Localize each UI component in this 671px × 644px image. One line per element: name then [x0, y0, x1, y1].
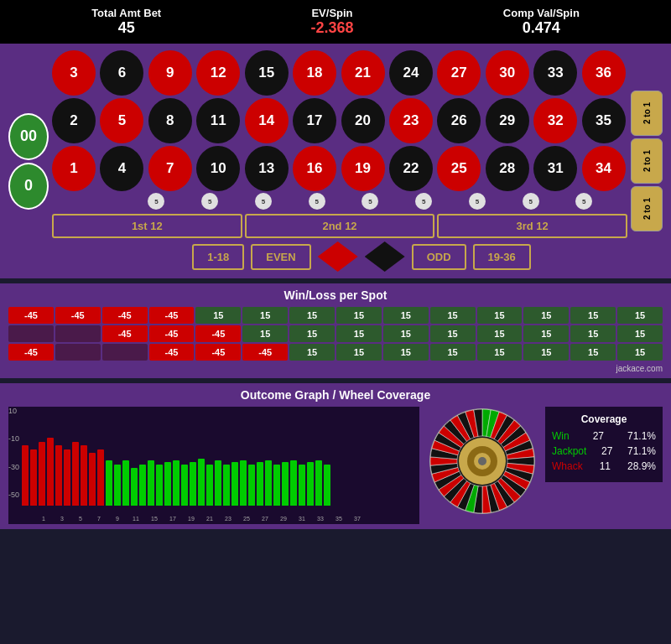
x-label-25: 25: [238, 516, 255, 522]
bet-red-diamond[interactable]: [318, 242, 358, 272]
number-cell-2[interactable]: 2: [52, 98, 96, 143]
bar-22: [206, 465, 213, 506]
x-label-1: 1: [35, 516, 52, 522]
bet-1-18[interactable]: 1-18: [192, 244, 244, 270]
bar-col-6: [72, 413, 79, 506]
bet-19-36[interactable]: 19-36: [473, 244, 531, 270]
bar-28: [257, 462, 263, 506]
wl-cell-1-6: 15: [289, 325, 335, 342]
number-cell-30[interactable]: 30: [486, 50, 529, 96]
bar-14: [139, 465, 146, 506]
coverage-title: Coverage: [552, 413, 656, 425]
number-cell-28[interactable]: 28: [486, 146, 529, 191]
chip-8[interactable]: 5: [523, 193, 539, 210]
number-cell-27[interactable]: 27: [437, 50, 481, 96]
number-cell-1[interactable]: 1: [52, 146, 96, 191]
first-dozen[interactable]: 1st 12: [52, 214, 242, 238]
third-dozen[interactable]: 3rd 12: [437, 214, 627, 238]
chip-spot-1: 5: [131, 193, 182, 210]
number-cell-17[interactable]: 17: [293, 98, 336, 143]
bar-col-7: [81, 413, 87, 506]
number-cell-11[interactable]: 11: [196, 98, 240, 143]
wl-cell-0-9: 15: [430, 307, 476, 324]
number-cell-14[interactable]: 14: [245, 98, 289, 143]
number-cell-22[interactable]: 22: [389, 146, 433, 191]
number-cell-15[interactable]: 15: [245, 50, 289, 96]
number-cell-6[interactable]: 6: [100, 50, 143, 96]
chip-2[interactable]: 5: [201, 193, 218, 210]
wl-cell-2-0: -45: [8, 344, 54, 361]
chip-5[interactable]: 5: [362, 193, 378, 210]
bet-odd[interactable]: ODD: [412, 244, 466, 270]
number-cell-34[interactable]: 34: [582, 146, 626, 191]
single-zero[interactable]: 0: [8, 163, 49, 210]
number-cell-16[interactable]: 16: [293, 146, 336, 191]
svg-point-4: [478, 457, 486, 465]
col-bet-3[interactable]: 2 to 1: [631, 186, 663, 231]
number-cell-18[interactable]: 18: [293, 50, 336, 96]
bar-col-2: [39, 413, 45, 506]
number-cell-25[interactable]: 25: [437, 146, 481, 191]
number-cell-32[interactable]: 32: [533, 98, 577, 143]
winloss-section: Win/Loss per Spot -45-45-45-451515151515…: [0, 283, 671, 378]
number-cell-10[interactable]: 10: [196, 146, 240, 191]
wl-row-0: -45-45-45-4515151515151515151515: [8, 307, 663, 324]
number-cell-35[interactable]: 35: [582, 98, 626, 143]
second-dozen[interactable]: 2nd 12: [245, 214, 435, 238]
number-cell-8[interactable]: 8: [148, 98, 192, 143]
number-cell-36[interactable]: 36: [582, 50, 626, 96]
number-cell-12[interactable]: 12: [196, 50, 240, 96]
number-cell-9[interactable]: 9: [148, 50, 192, 96]
bar-27: [248, 465, 255, 506]
number-cell-5[interactable]: 5: [100, 98, 143, 143]
chip-6[interactable]: 5: [415, 193, 432, 210]
x-label-33: 33: [312, 516, 329, 522]
wl-cell-2-11: 15: [523, 344, 569, 361]
wl-cell-0-4: 15: [195, 307, 241, 324]
chip-9[interactable]: 5: [575, 193, 592, 210]
roulette-section: 00 0 36912151821242730333625811141720232…: [0, 44, 671, 278]
col-bet-1[interactable]: 2 to 1: [631, 91, 663, 136]
chip-4[interactable]: 5: [309, 193, 325, 210]
number-cell-19[interactable]: 19: [341, 146, 385, 191]
win-pct: 71.1%: [627, 430, 656, 442]
number-cell-24[interactable]: 24: [389, 50, 433, 96]
wl-cell-1-3: -45: [149, 325, 195, 342]
chip-3[interactable]: 5: [255, 193, 272, 210]
win-count: 27: [593, 430, 604, 442]
bar-35: [315, 460, 322, 506]
bet-even[interactable]: EVEN: [251, 244, 310, 270]
bar-col-17: [164, 413, 171, 506]
chart-bars: [15, 413, 330, 506]
number-cell-3[interactable]: 3: [52, 50, 96, 96]
number-cell-33[interactable]: 33: [533, 50, 577, 96]
number-cell-7[interactable]: 7: [148, 146, 192, 191]
wl-cell-0-11: 15: [523, 307, 569, 324]
x-label-5: 5: [72, 516, 89, 522]
chip-7[interactable]: 5: [469, 193, 486, 210]
number-cell-29[interactable]: 29: [486, 98, 529, 143]
number-cell-20[interactable]: 20: [341, 98, 385, 143]
chip-1[interactable]: 5: [148, 193, 164, 210]
number-cell-21[interactable]: 21: [341, 50, 385, 96]
bar-col-16: [156, 413, 163, 506]
col-bet-2[interactable]: 2 to 1: [631, 138, 663, 184]
number-cell-13[interactable]: 13: [245, 146, 289, 191]
number-cell-31[interactable]: 31: [533, 146, 577, 191]
jackace-credit: jackace.com: [8, 364, 663, 373]
number-cell-4[interactable]: 4: [100, 146, 143, 191]
bar-col-21: [198, 413, 205, 506]
number-section: 3691215182124273033362581114172023262932…: [52, 50, 627, 272]
ev-spin-value: -2.368: [310, 19, 353, 37]
double-zero[interactable]: 00: [8, 113, 49, 160]
bar-col-8: [89, 413, 96, 506]
number-cell-26[interactable]: 26: [437, 98, 481, 143]
wl-cell-0-0: -45: [8, 307, 54, 324]
bar-6: [72, 442, 79, 506]
bar-col-32: [290, 413, 297, 506]
number-cell-23[interactable]: 23: [389, 98, 433, 143]
bet-black-diamond[interactable]: [365, 242, 405, 272]
jackpot-label: Jackpot: [552, 445, 586, 457]
wl-cell-1-7: 15: [336, 325, 382, 342]
bar-col-33: [299, 413, 305, 506]
